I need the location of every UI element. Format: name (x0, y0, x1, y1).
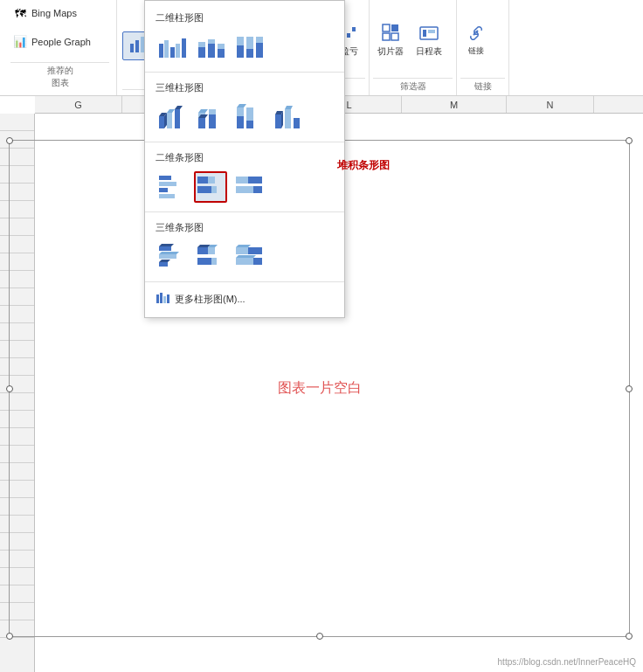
svg-rect-40 (246, 37, 253, 49)
svg-rect-50 (198, 118, 205, 128)
svg-marker-96 (236, 255, 256, 258)
people-graph-item[interactable]: 📊 People Graph (10, 32, 109, 52)
2d-column-title: 二维柱形图 (145, 8, 344, 28)
stacked-bar-btn[interactable] (194, 171, 227, 203)
more-charts-label: 更多柱形图(M)... (175, 293, 245, 306)
3d-clustered-bar-btn[interactable] (156, 241, 189, 273)
3d-stacked-col-btn[interactable] (194, 101, 227, 133)
slicer-icon (381, 23, 400, 44)
svg-rect-35 (218, 49, 225, 58)
svg-marker-52 (198, 109, 208, 113)
svg-rect-57 (237, 107, 244, 116)
row-1 (0, 114, 34, 131)
hyperlink-label: 链接 (468, 46, 484, 56)
hyperlink-button[interactable]: 链接 (460, 21, 492, 59)
clustered-column-btn[interactable] (156, 31, 189, 63)
col-n: N (507, 96, 594, 113)
handle-tr[interactable] (626, 137, 633, 144)
watermark: https://blog.csdn.net/InnerPeaceHQ (498, 657, 636, 667)
handle-right[interactable] (626, 385, 633, 392)
svg-rect-48 (175, 109, 180, 128)
svg-rect-100 (167, 294, 169, 303)
svg-rect-19 (383, 24, 390, 31)
addins-section: 🗺 Bing Maps 📊 People Graph 推荐的 图表 (3, 0, 117, 95)
svg-rect-0 (130, 44, 134, 52)
handle-bl[interactable] (6, 633, 13, 640)
2d-bar-icons (145, 168, 344, 206)
100pct-stacked-column-btn[interactable] (232, 31, 266, 63)
svg-rect-64 (285, 109, 291, 128)
slicer-button[interactable]: 切片器 (373, 21, 408, 59)
svg-rect-22 (391, 33, 398, 40)
handle-tl[interactable] (6, 137, 13, 144)
svg-rect-70 (159, 194, 175, 198)
more-charts-link[interactable]: 更多柱形图(M)... (145, 288, 344, 310)
links-btns: 链接 (460, 3, 505, 76)
addins-group-name: 推荐的 图表 (10, 62, 109, 92)
filters-btns: 切片器 日程表 (373, 3, 453, 76)
handle-br[interactable] (626, 633, 633, 640)
3d-col-btn[interactable] (271, 101, 304, 133)
svg-rect-86 (208, 247, 215, 254)
svg-rect-38 (237, 37, 244, 45)
2d-bar-title: 二维条形图 (145, 148, 344, 168)
divider-4 (145, 281, 344, 282)
svg-rect-61 (275, 114, 281, 128)
timeline-icon (419, 23, 439, 44)
svg-rect-98 (160, 293, 162, 303)
svg-rect-73 (197, 186, 211, 193)
svg-marker-82 (159, 252, 179, 254)
svg-rect-69 (159, 188, 168, 192)
3d-bar-title: 三维条形图 (145, 218, 344, 238)
timeline-label: 日程表 (416, 46, 442, 57)
handle-bottom[interactable] (316, 633, 323, 640)
hyperlink-icon (467, 24, 486, 45)
svg-rect-68 (159, 182, 176, 186)
svg-rect-66 (294, 118, 300, 128)
bing-maps-item[interactable]: 🗺 Bing Maps (10, 3, 109, 23)
slicer-label: 切片器 (377, 46, 404, 57)
clustered-bar-btn[interactable] (156, 171, 189, 203)
svg-rect-24 (423, 30, 426, 37)
svg-rect-26 (159, 44, 163, 58)
divider-1 (145, 72, 344, 73)
svg-rect-17 (347, 33, 350, 38)
divider-2 (145, 142, 344, 142)
col-g: G (35, 96, 122, 113)
3d-stacked-bar-btn[interactable] (194, 241, 227, 273)
svg-rect-78 (236, 186, 253, 193)
timeline-button[interactable]: 日程表 (411, 21, 446, 59)
people-graph-label: People Graph (31, 37, 91, 47)
stacked-column-btn[interactable] (194, 31, 227, 63)
100pct-stacked-bar-btn[interactable] (232, 171, 266, 203)
svg-rect-34 (208, 39, 215, 44)
svg-rect-31 (198, 47, 205, 58)
svg-rect-1 (135, 40, 139, 52)
handle-left[interactable] (6, 385, 13, 392)
3d-100pct-col-btn[interactable] (232, 101, 266, 133)
svg-rect-92 (236, 247, 248, 254)
svg-rect-28 (170, 47, 175, 58)
svg-rect-18 (352, 27, 356, 31)
3d-clustered-col-btn[interactable] (156, 101, 189, 133)
svg-rect-76 (236, 177, 248, 184)
col-m: M (402, 96, 507, 113)
svg-rect-83 (159, 262, 168, 267)
bing-maps-label: Bing Maps (31, 8, 77, 18)
svg-rect-97 (156, 294, 159, 303)
3d-column-icons (145, 98, 344, 136)
svg-marker-93 (236, 245, 251, 247)
filters-label: 筛选器 (373, 78, 453, 95)
svg-rect-89 (197, 258, 211, 265)
bing-maps-icon: 🗺 (12, 5, 28, 21)
svg-rect-21 (383, 33, 390, 40)
svg-rect-79 (159, 246, 171, 251)
3d-100pct-bar-btn[interactable] (232, 241, 266, 273)
2d-column-icons (145, 28, 344, 66)
filters-group: 切片器 日程表 筛选器 (370, 0, 457, 95)
svg-rect-95 (236, 258, 253, 265)
svg-rect-74 (211, 186, 217, 193)
more-charts-icon (156, 291, 169, 307)
svg-marker-84 (159, 260, 170, 262)
chart-type-dropdown: 二维柱形图 (144, 0, 345, 318)
